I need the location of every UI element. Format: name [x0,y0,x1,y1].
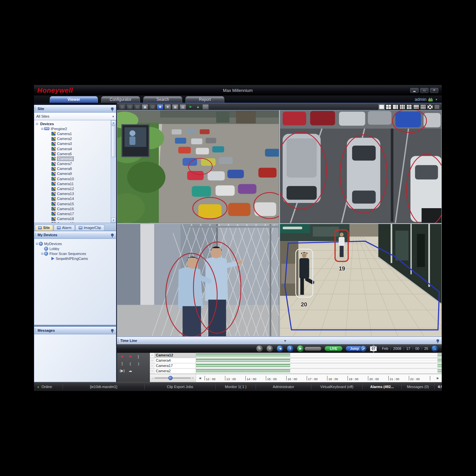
sidebar-tab-alarm[interactable]: Alarm [54,225,75,231]
row-expand-icon[interactable]: + [150,369,154,374]
tree-item[interactable]: Camera1 [34,131,111,136]
bracket-close-tool[interactable]: ) [136,361,141,366]
tree-item[interactable]: Camera7 [34,161,111,166]
timeline-row[interactable]: + Camera2 [150,369,442,374]
site-filter-dropdown[interactable]: All Sites ▾ [34,113,116,120]
timeline-row[interactable]: + Camera17 [150,363,442,369]
expander-icon[interactable]: ⊟ [40,127,44,130]
layout-3x3-button[interactable] [400,104,405,109]
tree-item[interactable]: Camera14 [34,196,111,201]
tree-item[interactable]: Camera9 [34,171,111,176]
layout-fullscreen-button[interactable] [427,104,433,109]
tree-item[interactable]: Camera3 [34,141,111,146]
image-clip-icon[interactable]: ▫ [202,104,209,110]
status-host[interactable]: [ie10dt-mandm1] [63,384,145,389]
sidebar-tab-site[interactable]: Site [35,225,53,231]
map-icon[interactable]: ▨ [149,104,156,110]
row-expand-icon[interactable]: + [150,358,154,363]
tab-report[interactable]: Report [185,96,224,103]
tree-item-ipengine2[interactable]: ⊟ IPengine2 [34,126,111,131]
play-segment-tool[interactable]: (▶) [120,368,125,373]
pin-icon[interactable] [436,339,439,342]
expander-icon[interactable]: ⊟ [35,122,39,126]
recording-track[interactable] [196,358,442,363]
status-online[interactable]: Online [34,384,63,389]
status-clock[interactable]: 4:59:15 PM [434,384,442,389]
scroll-down-icon[interactable]: ▼ [111,218,116,223]
day-field[interactable]: 07 [370,346,377,351]
snapshot-disabled-icon[interactable]: ▧ [119,104,126,110]
camera-view-traffic[interactable] [117,110,279,223]
tree-item[interactable]: Camera19 [34,221,111,223]
layout-2x2-button[interactable] [386,104,391,109]
cloud-export-tool[interactable]: ☁ [128,368,133,373]
tree-item[interactable]: Camera18 [34,216,111,221]
alarm-marker-icon[interactable]: ▲ [195,104,201,110]
tree-item-lobby[interactable]: Lobby [34,246,116,251]
layout-1x1-button[interactable] [379,104,384,109]
pin-icon[interactable] [111,234,114,236]
tree-item[interactable]: Camera4 [34,146,111,151]
timeline-row[interactable]: + Camera12 [150,353,442,358]
status-virtual-keyboard[interactable]: VirtualKeyboard (off) [311,384,363,389]
site-tree-scrollbar[interactable]: ▲ ▼ [111,120,116,223]
tree-item-mydevices[interactable]: ⊟ MyDevices [34,241,116,246]
print-disabled-icon[interactable]: ▧ [126,104,133,110]
status-messages[interactable]: Messages (0) [402,384,434,389]
play-button[interactable]: ▶ [297,345,304,352]
scrollbar-thumb[interactable] [111,126,116,157]
step-back-button[interactable]: ◀ [276,345,284,352]
pause-button[interactable]: ‖ [287,345,294,352]
export-disabled-icon[interactable]: ▧ [134,104,141,110]
recording-track[interactable] [196,363,442,368]
tree-item[interactable]: Camera15 [34,201,111,206]
flag-filled-tool[interactable]: ⚑ [128,354,133,359]
second-field[interactable]: 25 [424,347,428,350]
layout-extra-button[interactable] [434,104,440,109]
mark-in-tool[interactable]: ⌈ [136,354,141,359]
zoom-out-icon[interactable]: − [152,377,154,380]
zoom-slider-thumb[interactable] [168,376,173,380]
layout-4x4-button[interactable] [420,104,426,109]
camera-view-guards[interactable] [117,224,279,337]
tab-configurator[interactable]: Configurator [101,96,140,103]
tree-item[interactable]: Camera13 [34,191,111,196]
tab-search[interactable]: Search [143,96,182,103]
tree-item[interactable]: Camera17 [34,211,111,216]
goto-time-button[interactable]: → [431,345,438,352]
grid-view-icon[interactable]: ▦ [172,104,179,110]
row-expand-icon[interactable]: + [150,353,154,358]
pin-icon[interactable] [111,107,114,110]
instant-replay-icon[interactable]: ➤ [187,104,194,110]
month-field[interactable]: Feb [382,347,388,350]
tree-item[interactable]: Camera2 [34,136,111,141]
expander-icon[interactable]: ⊟ [35,242,39,245]
status-administrator[interactable]: Administrator [256,384,311,389]
mark-out-tool[interactable]: ⌉ [120,361,125,366]
bracket-open-tool[interactable]: ( [128,361,133,366]
status-clip-export-jobs[interactable]: Clip Export Jobs [145,384,216,389]
zoom-slider-track[interactable] [154,378,191,379]
status-alarms[interactable]: Alarms (492... [363,384,402,389]
recording-track[interactable] [196,369,442,374]
status-monitor[interactable]: Monitor 1( 1 ) [216,384,256,389]
tree-item[interactable]: Camera16 [34,206,111,211]
expand-view-icon[interactable]: ❖ [164,104,171,110]
tree-item[interactable]: Camera5 [34,151,111,156]
page-left-button[interactable]: « [196,376,205,380]
live-button[interactable]: LIVE [324,346,342,351]
expander-icon[interactable]: ⊟ [40,252,44,255]
tree-item[interactable]: Camera12 [34,186,111,191]
tab-viewer[interactable]: Viewer [50,96,98,103]
row-expand-icon[interactable]: + [150,363,154,368]
monitor-icon[interactable]: ▣ [142,104,148,110]
folder-icon[interactable]: ▤ [180,104,186,110]
maximize-button[interactable]: ▭ [420,88,429,93]
timeline-zoom-control[interactable]: − + [150,374,196,382]
flag-outline-tool[interactable]: ⚑ [120,354,125,359]
close-button[interactable]: ✕ [430,88,438,93]
camera-view-mall[interactable]: 19 20 [280,224,442,337]
minute-field[interactable]: 00 [415,347,419,350]
camera-view-parking[interactable] [280,110,442,223]
user-menu[interactable]: admin ▾ [415,97,442,103]
